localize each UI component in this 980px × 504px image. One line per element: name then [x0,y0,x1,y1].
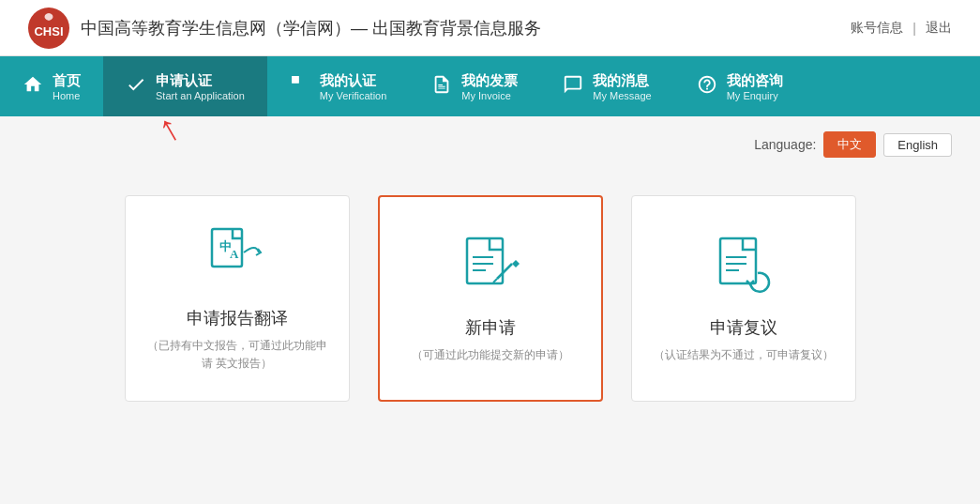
header-divider: | [912,21,916,36]
svg-rect-8 [467,238,503,283]
svg-text:CHSI: CHSI [34,24,63,38]
svg-text:M: M [294,77,298,83]
enquiry-icon [697,74,717,99]
invoice-icon [431,74,452,99]
apply-icon [126,74,146,99]
svg-line-13 [493,279,497,283]
card-reconsider-desc: （认证结果为不通过，可申请复议） [654,346,834,364]
language-bar: Language: 中文 English [0,116,980,167]
nav-enquiry-en: My Enquiry [727,90,783,101]
lang-zh-button[interactable]: 中文 [823,131,876,158]
nav-verification-zh: 我的认证 [320,72,387,90]
home-icon [23,74,43,99]
nav-message-en: My Message [593,90,651,101]
account-link[interactable]: 账号信息 [851,20,903,37]
nav-item-verification[interactable]: MM 我的认证 My Verification [267,56,410,116]
new-apply-card-icon [458,234,523,299]
svg-line-12 [497,264,512,279]
nav-item-verification-text: 我的认证 My Verification [320,72,387,101]
nav-apply-en: Start an Application [156,90,245,101]
card-translate-desc: （已持有中文报告，可通过此功能申请 英文报告） [144,337,330,373]
nav-item-invoice[interactable]: 我的发票 My Invoice [409,56,540,116]
language-label: Language: [754,137,816,152]
header-title: 中国高等教育学生信息网（学信网）— 出国教育背景信息服务 [81,17,541,39]
card-reconsider-title: 申请复议 [710,316,777,339]
nav-invoice-en: My Invoice [461,90,518,101]
card-new-apply[interactable]: 新申请 （可通过此功能提交新的申请） [378,195,603,402]
cards-area: 中 A 申请报告翻译 （已持有中文报告，可通过此功能申请 英文报告） 新申请 （… [0,167,980,430]
card-translate-title: 申请报告翻译 [187,307,288,329]
reconsider-card-icon [711,234,776,299]
nav-item-message-text: 我的消息 My Message [593,72,651,101]
nav-item-invoice-text: 我的发票 My Invoice [461,72,518,101]
nav-home-zh: 首页 [53,72,81,90]
nav-item-enquiry[interactable]: 我的咨询 My Enquiry [674,56,806,116]
main-nav: 首页 Home 申请认证 Start an Application MM 我的认… [0,56,980,116]
header: CHSI 中国高等教育学生信息网（学信网）— 出国教育背景信息服务 账号信息 |… [0,0,980,56]
logout-link[interactable]: 退出 [926,20,952,37]
verification-icon: MM [290,74,310,99]
nav-item-home-text: 首页 Home [53,72,81,101]
nav-home-en: Home [53,90,81,101]
header-left: CHSI 中国高等教育学生信息网（学信网）— 出国教育背景信息服务 [28,8,541,49]
nav-item-message[interactable]: 我的消息 My Message [540,56,673,116]
nav-enquiry-zh: 我的咨询 [727,72,783,90]
nav-item-apply[interactable]: 申请认证 Start an Application [103,56,267,116]
nav-apply-zh: 申请认证 [156,72,245,90]
header-right: 账号信息 | 退出 [851,20,952,37]
card-reconsider[interactable]: 申请复议 （认证结果为不通过，可申请复议） [631,195,856,402]
chsi-logo: CHSI [28,8,69,49]
nav-verification-en: My Verification [320,90,387,101]
nav-message-zh: 我的消息 [593,72,651,90]
translate-card-icon: 中 A [204,224,270,290]
lang-en-button[interactable]: English [883,133,952,157]
card-translate[interactable]: 中 A 申请报告翻译 （已持有中文报告，可通过此功能申请 英文报告） [125,195,350,402]
nav-item-enquiry-text: 我的咨询 My Enquiry [727,72,783,101]
svg-rect-14 [720,238,756,283]
svg-text:A: A [230,247,239,261]
nav-item-apply-text: 申请认证 Start an Application [156,72,245,101]
message-icon [563,74,583,99]
nav-item-home[interactable]: 首页 Home [0,56,103,116]
card-new-apply-desc: （可通过此功能提交新的申请） [412,346,569,364]
card-new-apply-title: 新申请 [465,316,516,339]
nav-invoice-zh: 我的发票 [461,72,518,90]
